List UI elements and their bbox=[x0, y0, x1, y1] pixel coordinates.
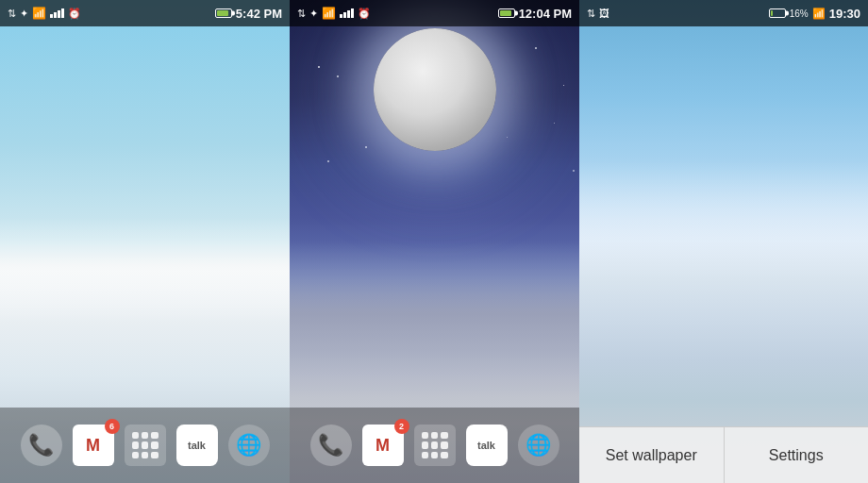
dock-bar-2: 📞 M 2 talk 🌐 bbox=[290, 408, 579, 483]
status-bar-3: ⇅ 🖼 16% 📶 19:30 bbox=[579, 0, 868, 26]
dock-globe-2[interactable]: 🌐 bbox=[514, 421, 563, 470]
status-time-2: 12:04 PM bbox=[519, 7, 572, 21]
alarm-icon-2: ⏰ bbox=[358, 8, 371, 20]
bluetooth-icon-2: ✦ bbox=[309, 8, 318, 20]
signal-arrows-icon: ⇅ bbox=[8, 8, 16, 20]
photo-icon-3: 🖼 bbox=[599, 8, 609, 19]
dock-talk-1[interactable]: talk bbox=[173, 421, 222, 470]
gmail-icon-2[interactable]: M 2 bbox=[362, 425, 404, 466]
battery-icon-3 bbox=[769, 8, 786, 18]
gmail-badge-1: 6 bbox=[105, 419, 120, 434]
dock-globe-1[interactable]: 🌐 bbox=[225, 421, 274, 470]
settings-button[interactable]: Settings bbox=[725, 427, 869, 483]
status-left-2: ⇅ ✦ 📶 ⏰ bbox=[297, 7, 371, 20]
dock-bar-1: 📞 M 6 talk 🌐 bbox=[0, 408, 290, 483]
dock-gmail-2[interactable]: M 2 bbox=[359, 421, 408, 470]
panel-night-moon: ⇅ ✦ 📶 ⏰ 12:04 PM 📞 M 2 bbox=[290, 0, 579, 483]
signal-arrows-icon-3: ⇅ bbox=[587, 8, 595, 20]
wifi-icon: 📶 bbox=[32, 7, 46, 20]
globe-icon-2[interactable]: 🌐 bbox=[518, 425, 559, 466]
status-left-1: ⇅ ✦ 📶 ⏰ bbox=[8, 7, 81, 20]
wifi-icon-3: 📶 bbox=[812, 8, 826, 20]
status-right-3: 16% 📶 19:30 bbox=[769, 7, 860, 21]
dock-gmail-1[interactable]: M 6 bbox=[69, 421, 118, 470]
status-left-3: ⇅ 🖼 bbox=[587, 8, 609, 20]
dock-phone-1[interactable]: 📞 bbox=[17, 421, 66, 470]
status-right-1: 5:42 PM bbox=[215, 7, 282, 21]
signal-arrows-icon-2: ⇅ bbox=[297, 8, 306, 20]
battery-icon-2 bbox=[498, 8, 515, 18]
talk-icon-2[interactable]: talk bbox=[466, 425, 508, 466]
panel-day-clouds: ⇅ ✦ 📶 ⏰ 5:42 PM 📞 M 6 bbox=[0, 0, 290, 483]
dock-grid-1[interactable] bbox=[121, 421, 170, 470]
dock-grid-2[interactable] bbox=[410, 421, 459, 470]
dock-phone-2[interactable]: 📞 bbox=[307, 421, 356, 470]
signal-bars-icon-2 bbox=[340, 8, 354, 18]
status-bar-1: ⇅ ✦ 📶 ⏰ 5:42 PM bbox=[0, 0, 290, 26]
wifi-icon-2: 📶 bbox=[322, 7, 336, 20]
panel-day-clouds-2: ⇅ 🖼 16% 📶 19:30 Set wallpaper Settings bbox=[579, 0, 868, 483]
status-bar-2: ⇅ ✦ 📶 ⏰ 12:04 PM bbox=[290, 0, 579, 26]
gmail-badge-2: 2 bbox=[394, 419, 409, 434]
dock-talk-2[interactable]: talk bbox=[462, 421, 511, 470]
moon-image bbox=[374, 28, 496, 151]
alarm-icon: ⏰ bbox=[68, 8, 81, 20]
status-right-2: 12:04 PM bbox=[498, 7, 572, 21]
status-time-3: 19:30 bbox=[829, 7, 860, 21]
status-time-1: 5:42 PM bbox=[236, 7, 282, 21]
globe-icon-1[interactable]: 🌐 bbox=[228, 425, 270, 466]
action-button-bar: Set wallpaper Settings bbox=[579, 426, 868, 483]
signal-bars-icon bbox=[50, 8, 64, 18]
grid-icon-1[interactable] bbox=[125, 425, 166, 466]
battery-pct-3: 16% bbox=[790, 8, 809, 19]
talk-icon-1[interactable]: talk bbox=[176, 425, 218, 466]
phone-icon-2[interactable]: 📞 bbox=[310, 425, 352, 466]
phone-icon-1[interactable]: 📞 bbox=[21, 425, 62, 466]
cloud-layer-3 bbox=[579, 160, 868, 426]
grid-icon-2[interactable] bbox=[414, 425, 456, 466]
battery-icon-1 bbox=[215, 8, 232, 18]
gmail-icon-1[interactable]: M 6 bbox=[73, 425, 114, 466]
set-wallpaper-button[interactable]: Set wallpaper bbox=[579, 427, 725, 483]
bluetooth-icon: ✦ bbox=[20, 8, 28, 20]
